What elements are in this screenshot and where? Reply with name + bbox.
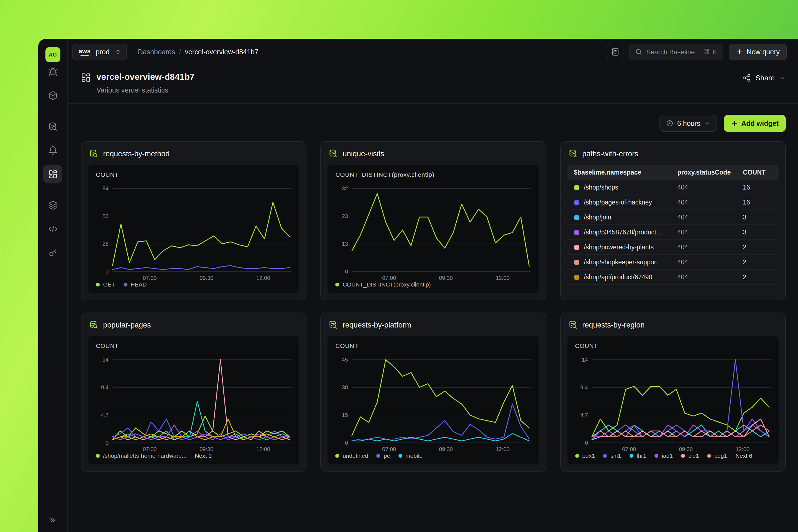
svg-text:0: 0 [345,268,348,274]
sidebar-item-services[interactable] [43,86,62,105]
column-namespace: $baselime.namespace [567,165,673,180]
sidebar-item-errors[interactable] [43,62,62,81]
widget-title: paths-with-errors [582,149,639,158]
legend-item[interactable]: iad1 [654,452,673,459]
breadcrumb-dashboards[interactable]: Dashboards [138,48,175,56]
table-row[interactable]: /shop/api/product/674904042 [567,270,779,285]
new-query-button[interactable]: New query [729,43,787,60]
sidebar-item-layers[interactable] [43,196,62,214]
query-widget-icon [89,320,98,329]
sidebar-item-alerts[interactable] [43,141,62,159]
add-widget-button[interactable]: Add widget [723,115,786,132]
chart-panel: COUNT_DISTINCT(proxy.clientip) 013233207… [328,165,539,293]
column-count: COUNT [738,165,779,180]
status-code-cell: 404 [673,255,738,270]
chart-svg: 013233207:0009:3012:00 [336,185,531,283]
table-row[interactable]: /shop/shops40416 [567,180,779,195]
svg-text:84: 84 [102,185,109,191]
sidebar-item-queries[interactable] [43,117,62,136]
svg-text:32: 32 [342,185,348,191]
chart-panel: COUNT 015304507:0009:3012:00 undefinedpc… [328,336,539,464]
share-icon [743,74,751,82]
metric-label: COUNT [575,342,771,349]
sidebar-item-api-keys[interactable] [43,243,62,262]
table-row[interactable]: /shop/534587678/product...4043 [567,225,779,240]
count-cell: 2 [738,270,779,285]
sidebar: AC » [38,39,68,532]
legend-item[interactable]: pc [377,452,390,459]
chevrons-up-down-icon [114,49,121,55]
changelog-button[interactable] [607,43,624,60]
avatar[interactable]: AC [45,47,60,62]
environment-name: prod [96,48,110,56]
count-cell: 16 [738,180,779,195]
namespace-cell: /shop/shopkeeper-support [584,259,658,265]
svg-text:0: 0 [345,440,348,446]
status-code-cell: 404 [673,210,738,225]
namespace-cell: /shop/shops [584,184,618,191]
legend-item[interactable]: sin1 [603,452,621,459]
page-title: vercel-overview-d841b7 [96,72,194,82]
table-row[interactable]: /shop/powered-by-plants4042 [567,240,779,255]
key-icon [48,248,57,258]
legend-item[interactable]: pdx1 [575,452,595,459]
chart-panel: COUNT 028568407:0009:3012:00 GETHEAD [88,165,300,293]
chevron-down-icon [704,120,710,126]
share-button[interactable]: Share [743,74,786,82]
legend-item[interactable]: GET [96,281,115,288]
widget-title: requests-by-region [582,321,645,329]
legend-dot [603,454,607,457]
count-cell: 16 [738,195,779,210]
svg-text:0: 0 [106,440,109,446]
widget-requests-by-platform: requests-by-platform COUNT 015304507:000… [321,312,546,472]
legend-item[interactable]: lhr1 [629,452,646,459]
legend-dot [575,454,579,457]
legend-dot [398,454,402,457]
add-widget-label: Add widget [741,119,779,127]
legend-item[interactable]: COUNT_DISTINCT(proxy.clientip) [336,281,431,288]
svg-text:15: 15 [342,412,348,418]
metric-label: COUNT_DISTINCT(proxy.clientip) [336,171,531,178]
widget-title: requests-by-platform [343,321,412,329]
sidebar-item-dashboards[interactable] [43,165,62,184]
table-row[interactable]: /shop/shopkeeper-support4042 [567,255,779,270]
status-code-cell: 404 [673,270,738,285]
search-input[interactable]: Search Baseline ⌘ K [629,43,723,60]
table-header-row: $baselime.namespace proxy.statusCode COU… [567,165,779,180]
app-window: AC » aws prod [38,39,798,532]
sidebar-item-code[interactable] [43,220,62,238]
widget-requests-by-method: requests-by-method COUNT 028568407:0009:… [81,141,307,300]
line-chart: 04.79.41407:0009:3012:00 [96,356,292,447]
svg-text:0: 0 [585,440,588,446]
chevron-down-icon [779,75,786,81]
chart-legend: pdx1sin1lhr1iad1cle1cdg1Next 6 [575,447,771,459]
legend-item[interactable]: undefined [336,452,368,459]
status-code-cell: 404 [673,195,738,210]
sidebar-collapse-button[interactable]: » [50,515,55,524]
legend-more[interactable]: Next 9 [195,452,212,459]
legend-dot [123,282,127,286]
table-row[interactable]: /shop/pages-of-hackney40416 [567,195,779,210]
svg-text:23: 23 [342,213,348,219]
legend-dot [96,454,100,457]
legend-dot [96,282,100,286]
legend-item[interactable]: cle1 [681,452,699,459]
clock-icon [666,120,673,127]
errors-table: $baselime.namespace proxy.statusCode COU… [567,165,779,293]
table-row[interactable]: /shop/join4043 [567,210,779,225]
main-area: aws prod Dashboards / vercel-overview-d8… [68,39,798,532]
legend-dot [336,282,339,286]
chart-legend: undefinedpcmobile [336,447,531,459]
line-chart: 013233207:0009:3012:00 [336,185,531,276]
legend-item[interactable]: /shop/malletts-home-hardware... [96,452,187,459]
environment-selector[interactable]: aws prod [72,43,127,60]
legend-item[interactable]: cdg1 [707,452,727,459]
widgets-grid: requests-by-method COUNT 028568407:0009:… [68,141,798,483]
column-status-code: proxy.statusCode [673,165,738,180]
legend-dot [707,454,711,457]
time-range-selector[interactable]: 6 hours [660,115,717,132]
legend-item[interactable]: HEAD [123,281,147,288]
legend-item[interactable]: mobile [398,452,422,459]
legend-more[interactable]: Next 6 [735,452,752,459]
series-color-dot [574,215,579,220]
